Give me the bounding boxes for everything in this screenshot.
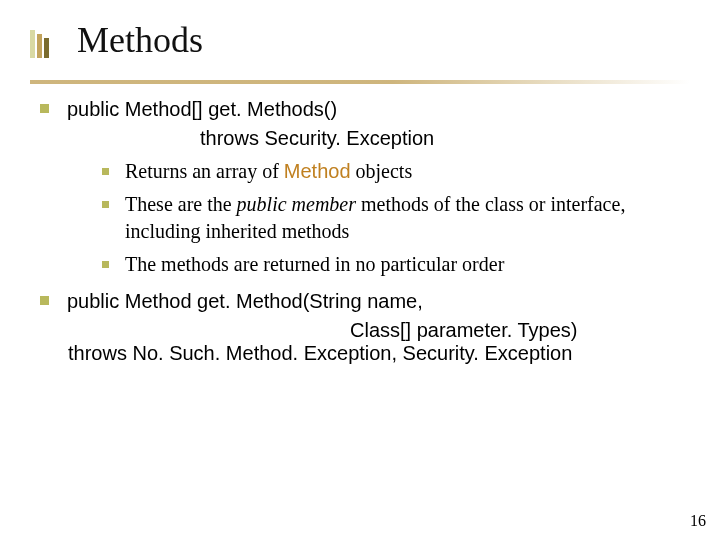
bullet-icon (40, 104, 49, 113)
bullet-1: public Method[] get. Methods() (40, 96, 680, 123)
slide-title: Methods (77, 22, 203, 58)
bullet-1-line1: public Method[] get. Methods() (67, 96, 680, 123)
bullet-icon (40, 296, 49, 305)
page-number: 16 (690, 512, 706, 530)
slide-body: public Method[] get. Methods() throws Se… (40, 96, 680, 365)
bullet-1-sub-3: The methods are returned in no particula… (102, 251, 680, 278)
bullet-icon (102, 261, 109, 268)
bullet-1-sub-2: These are the public member methods of t… (102, 191, 680, 245)
title-block: Methods (30, 22, 203, 58)
bullet-2-line2: Class[] parameter. Types) (350, 319, 680, 342)
bullet-2-line3: throws No. Such. Method. Exception, Secu… (68, 342, 680, 365)
title-decoration (30, 30, 51, 58)
bullet-1-line2: throws Security. Exception (200, 127, 680, 150)
bullet-icon (102, 168, 109, 175)
slide: Methods public Method[] get. Methods() t… (0, 0, 720, 540)
title-underline (30, 80, 690, 84)
bullet-2-line1: public Method get. Method(String name, (67, 288, 680, 315)
bullet-1-sub-1: Returns an array of Method objects (102, 158, 680, 185)
bullet-2: public Method get. Method(String name, (40, 288, 680, 315)
bullet-icon (102, 201, 109, 208)
